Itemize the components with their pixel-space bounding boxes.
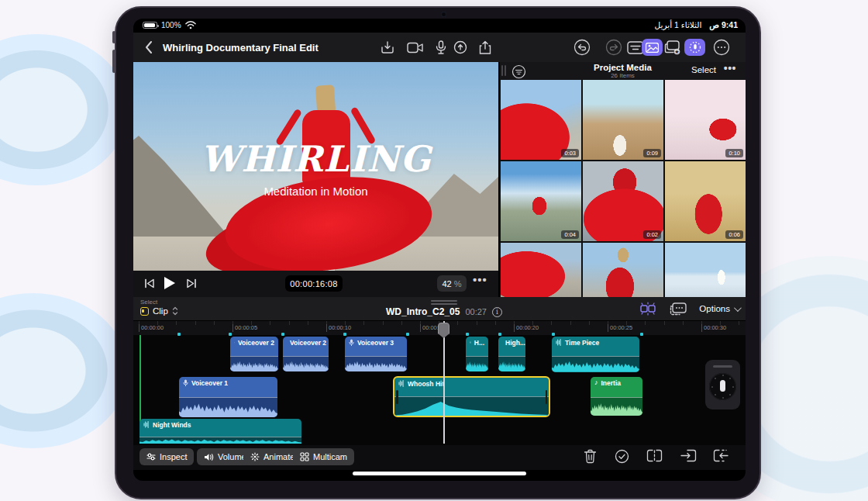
connect-clips-button[interactable]	[639, 302, 657, 316]
media-thumbnail[interactable]	[583, 243, 663, 299]
clip-overlay-button[interactable]	[670, 302, 687, 316]
insert-clip-button[interactable]	[680, 449, 697, 462]
duration-badge: 0:03	[561, 149, 579, 157]
undo-button[interactable]	[573, 39, 591, 56]
ruler-tick: 00:00:10	[326, 324, 351, 332]
check-circle-button[interactable]	[615, 449, 629, 464]
toolbar-divider	[191, 451, 191, 463]
timeline-clip-voiceover[interactable]: Voiceover 3	[345, 337, 407, 371]
media-thumbnail[interactable]: 0:09	[583, 80, 663, 160]
bottom-toolbar: Inspect Volume Animate Multicam	[133, 445, 746, 470]
multicam-button[interactable]: Multicam	[293, 448, 354, 465]
jog-mode-button-active[interactable]	[684, 39, 705, 56]
music-note-icon: ♪	[594, 379, 598, 386]
playhead[interactable]	[443, 321, 445, 444]
overwrite-clip-button[interactable]	[713, 449, 729, 462]
timeline-clip-sfx[interactable]: Night Winds	[140, 419, 301, 444]
viewer-overlay-subtitle: Meditation in Motion	[133, 185, 498, 198]
microphone-button[interactable]	[432, 39, 450, 56]
media-thumbnail[interactable]: 0:02	[583, 161, 663, 241]
jog-pointer	[720, 380, 725, 392]
timeline-clip-sfx[interactable]: H...	[466, 337, 488, 371]
timeline-clip-selected[interactable]: Whoosh Hit	[393, 376, 550, 417]
media-thumbnail[interactable]: 0:04	[501, 161, 581, 241]
transport-bar: 00:00:16:08 42 % •••	[133, 271, 498, 297]
clip-marker	[281, 333, 284, 336]
media-browser-button-active[interactable]	[642, 39, 663, 56]
trim-handle-left[interactable]	[396, 390, 398, 404]
multicam-grid-icon	[300, 452, 309, 461]
decor-blob-bottom-left	[0, 293, 128, 448]
speaker-icon	[204, 453, 214, 461]
viewer-more-button[interactable]: •••	[473, 273, 487, 286]
share-button[interactable]	[476, 39, 494, 56]
page-background: 100% 9:41 ص الثلاثاء 1 أبريل Whir	[0, 0, 868, 501]
trash-button[interactable]	[584, 449, 597, 464]
media-thumbnail[interactable]	[665, 243, 746, 299]
dancer-hat	[315, 85, 336, 112]
home-indicator[interactable]	[353, 472, 526, 475]
top-button	[112, 31, 115, 43]
timeline-header: Select Clip WD_Intro_C2_05 00:27 i	[133, 297, 746, 321]
trim-handle-right[interactable]	[546, 390, 548, 404]
clip-marker	[406, 333, 409, 336]
timeline-clip-voiceover[interactable]: Voiceover 2	[230, 337, 278, 371]
jog-handle[interactable]	[713, 365, 732, 368]
media-thumbnail[interactable]	[501, 243, 581, 299]
media-thumbnail[interactable]: 0:03	[501, 80, 581, 160]
ruler-tick: 00:00:05	[232, 324, 257, 332]
front-camera	[441, 12, 446, 17]
splice-clip-button[interactable]	[646, 449, 663, 462]
timeline-clip-sfx[interactable]: Time Piece	[552, 337, 639, 372]
jog-wheel[interactable]	[705, 360, 740, 409]
stickers-button[interactable]: ★	[663, 39, 682, 56]
import-button[interactable]	[378, 39, 397, 56]
media-thumbnail[interactable]: 0:06	[665, 161, 746, 241]
waveform-icon	[398, 380, 405, 387]
timeline-drag-handle[interactable]	[431, 300, 457, 302]
clip-marker	[640, 333, 643, 336]
media-panel-header: Project Media 26 Items Select •••	[500, 62, 746, 80]
project-title: Whirling Documentary Final Edit	[163, 42, 319, 54]
ruler-tick: 00:00:25	[608, 324, 632, 332]
clip-marker	[552, 333, 555, 336]
chevron-down-icon	[734, 304, 742, 312]
skip-forward-button[interactable]	[186, 278, 197, 289]
clip-tool-label: Clip	[153, 306, 168, 316]
timeline-tracks: Voiceover 2 Voiceover 2 Voiceover 3 H...…	[133, 335, 746, 445]
skip-back-button[interactable]	[144, 278, 155, 289]
redo-button[interactable]	[604, 39, 623, 56]
inspect-button[interactable]: Inspect	[140, 448, 194, 465]
jog-dial[interactable]	[709, 373, 736, 400]
timecode-display[interactable]: 00:00:16:08	[285, 275, 343, 292]
more-button[interactable]	[712, 39, 731, 56]
play-button[interactable]	[164, 277, 175, 289]
media-more-button[interactable]: •••	[724, 62, 736, 74]
duration-badge: 0:09	[643, 149, 661, 157]
mic-icon	[349, 339, 354, 347]
back-button[interactable]	[140, 39, 158, 56]
options-button[interactable]: Options	[699, 304, 739, 313]
ruler-tick: 00:00:00	[139, 324, 164, 332]
camera-button[interactable]	[406, 39, 425, 56]
timeline-clip-voiceover[interactable]: Voiceover 1	[179, 377, 277, 417]
volume-button	[112, 50, 115, 73]
selected-clip-duration: 00:27	[465, 307, 487, 316]
media-thumbnail[interactable]: 0:10	[665, 80, 746, 160]
zoom-level-control[interactable]: 42 %	[437, 275, 467, 292]
ipad-device: 100% 9:41 ص الثلاثاء 1 أبريل Whir	[115, 6, 761, 499]
info-button[interactable]: i	[492, 307, 502, 317]
duration-badge: 0:10	[725, 149, 743, 157]
clip-marker	[343, 333, 346, 336]
timeline-clip-voiceover[interactable]: Voiceover 2	[283, 337, 329, 371]
media-grid: 0:03 0:09 0:10 0:04 0:02 0:06	[501, 80, 745, 297]
svg-text:★: ★	[675, 49, 680, 54]
ruler-tick: 00:00:30	[701, 324, 726, 332]
timeline-clip-music[interactable]: ♪Inertia	[591, 377, 642, 416]
navigator-button[interactable]	[451, 39, 470, 56]
timeline-clip-sfx[interactable]: High...	[498, 337, 525, 371]
select-mode-label: Select	[140, 299, 157, 306]
media-select-button[interactable]: Select	[691, 65, 716, 74]
duration-badge: 0:04	[561, 230, 579, 239]
clip-tool-selector[interactable]: Clip	[140, 306, 178, 316]
